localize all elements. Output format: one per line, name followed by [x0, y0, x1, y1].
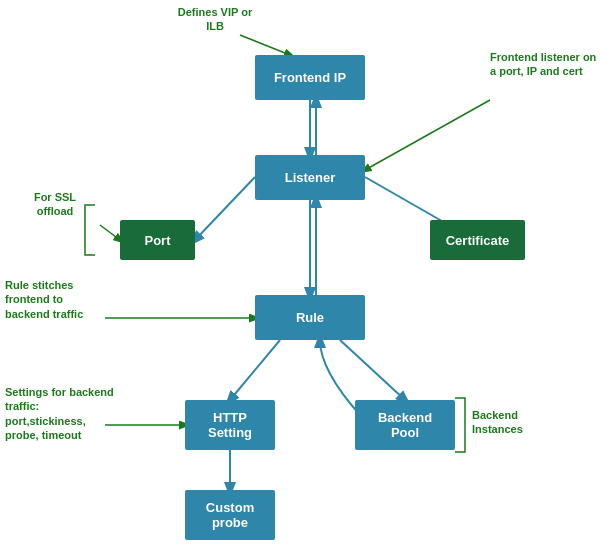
svg-line-9 [230, 340, 280, 400]
backend-instances-label: Backend Instances [472, 408, 552, 437]
svg-line-14 [100, 225, 120, 240]
for-ssl-label: For SSL offload [20, 190, 90, 219]
custom-probe-box: Custom probe [185, 490, 275, 540]
svg-line-12 [240, 35, 290, 55]
certificate-box: Certificate [430, 220, 525, 260]
http-setting-box: HTTP Setting [185, 400, 275, 450]
defines-vip-label: Defines VIP or ILB [170, 5, 260, 34]
settings-for-label: Settings for backend traffic: port,stick… [5, 385, 115, 442]
svg-line-13 [365, 100, 490, 170]
port-box: Port [120, 220, 195, 260]
frontend-ip-box: Frontend IP [255, 55, 365, 100]
svg-line-7 [195, 177, 255, 240]
diagram-container: Frontend IP Listener Port Certificate Ru… [0, 0, 610, 558]
rule-box: Rule [255, 295, 365, 340]
frontend-listener-label: Frontend listener on a port, IP and cert [490, 50, 605, 79]
backend-pool-box: Backend Pool [355, 400, 455, 450]
svg-line-10 [340, 340, 405, 400]
listener-box: Listener [255, 155, 365, 200]
rule-stitches-label: Rule stitches frontend to backend traffi… [5, 278, 105, 321]
